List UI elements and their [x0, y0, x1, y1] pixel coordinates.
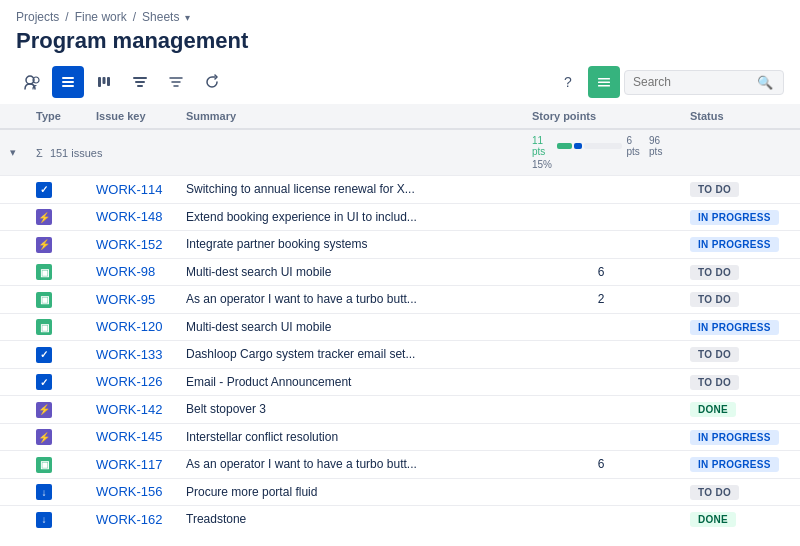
- row-status: TO DO: [680, 368, 800, 396]
- status-badge: IN PROGRESS: [690, 237, 779, 252]
- row-status: IN PROGRESS: [680, 313, 800, 341]
- issues-table: Type Issue key Summary Story points Stat…: [0, 104, 800, 530]
- row-key[interactable]: WORK-148: [86, 203, 176, 231]
- summary-row: ▾ Σ 151 issues 11 pts 6 pts 96 pts: [0, 129, 800, 176]
- row-status: IN PROGRESS: [680, 423, 800, 451]
- menu-icon-button[interactable]: [588, 66, 620, 98]
- row-points: [522, 396, 680, 424]
- row-key[interactable]: WORK-98: [86, 258, 176, 286]
- svg-rect-11: [598, 78, 610, 80]
- issue-key[interactable]: WORK-95: [96, 292, 155, 307]
- type-icon: ⚡: [36, 209, 52, 225]
- breadcrumb-sheets[interactable]: Sheets: [142, 10, 179, 24]
- refresh-button[interactable]: [196, 66, 228, 98]
- col-type-header: Type: [26, 104, 86, 129]
- row-key[interactable]: WORK-117: [86, 451, 176, 479]
- table-container: Type Issue key Summary Story points Stat…: [0, 104, 800, 530]
- row-key[interactable]: WORK-142: [86, 396, 176, 424]
- table-header-row: Type Issue key Summary Story points Stat…: [0, 104, 800, 129]
- col-key-header: Issue key: [86, 104, 176, 129]
- row-type: ⚡: [26, 396, 86, 424]
- row-type: ⚡: [26, 423, 86, 451]
- row-status: IN PROGRESS: [680, 231, 800, 259]
- row-status: TO DO: [680, 478, 800, 506]
- type-icon: ✓: [36, 347, 52, 363]
- breadcrumb-finework[interactable]: Fine work: [75, 10, 127, 24]
- hierarchy-button[interactable]: [124, 66, 156, 98]
- svg-rect-8: [133, 77, 147, 79]
- type-icon: ⚡: [36, 402, 52, 418]
- col-expand-header: [0, 104, 26, 129]
- table-row: ▣ WORK-95 As an operator I want to have …: [0, 286, 800, 314]
- issue-key[interactable]: WORK-120: [96, 319, 162, 334]
- status-badge: TO DO: [690, 292, 739, 307]
- row-key[interactable]: WORK-156: [86, 478, 176, 506]
- row-summary: As an operator I want to have a turbo bu…: [176, 451, 522, 479]
- filter-button[interactable]: [160, 66, 192, 98]
- row-summary: Switching to annual license renewal for …: [176, 176, 522, 204]
- row-expand: [0, 478, 26, 506]
- row-key[interactable]: WORK-120: [86, 313, 176, 341]
- issue-key[interactable]: WORK-126: [96, 374, 162, 389]
- type-icon: ⚡: [36, 429, 52, 445]
- row-expand: [0, 506, 26, 531]
- row-type: ▣: [26, 286, 86, 314]
- row-key[interactable]: WORK-162: [86, 506, 176, 531]
- list-view-button[interactable]: [52, 66, 84, 98]
- row-status: TO DO: [680, 176, 800, 204]
- row-status: TO DO: [680, 286, 800, 314]
- table-row: ↓ WORK-156 Procure more portal fluid TO …: [0, 478, 800, 506]
- issue-key[interactable]: WORK-152: [96, 237, 162, 252]
- row-points: [522, 478, 680, 506]
- row-status: DONE: [680, 396, 800, 424]
- row-type: ▣: [26, 258, 86, 286]
- row-status: TO DO: [680, 341, 800, 369]
- issue-key[interactable]: WORK-162: [96, 512, 162, 527]
- issue-key[interactable]: WORK-148: [96, 209, 162, 224]
- row-type: ↓: [26, 478, 86, 506]
- row-key[interactable]: WORK-133: [86, 341, 176, 369]
- board-view-button[interactable]: [88, 66, 120, 98]
- expand-all-button[interactable]: ▾: [10, 146, 16, 159]
- row-key[interactable]: WORK-95: [86, 286, 176, 314]
- issue-key[interactable]: WORK-98: [96, 264, 155, 279]
- col-status-header: Status: [680, 104, 800, 129]
- row-key[interactable]: WORK-126: [86, 368, 176, 396]
- table-row: ✓ WORK-114 Switching to annual license r…: [0, 176, 800, 204]
- search-input[interactable]: [633, 75, 753, 89]
- avatar-group-button[interactable]: [16, 66, 48, 98]
- row-status: TO DO: [680, 258, 800, 286]
- row-key[interactable]: WORK-145: [86, 423, 176, 451]
- table-row: ✓ WORK-133 Dashloop Cargo system tracker…: [0, 341, 800, 369]
- breadcrumb: Projects / Fine work / Sheets ▾: [0, 0, 800, 26]
- issue-key[interactable]: WORK-142: [96, 402, 162, 417]
- page-title: Program management: [0, 26, 800, 62]
- row-summary: Multi-dest search UI mobile: [176, 258, 522, 286]
- issue-count: 151 issues: [50, 147, 103, 159]
- row-points: [522, 341, 680, 369]
- issue-key[interactable]: WORK-133: [96, 347, 162, 362]
- type-icon: ⚡: [36, 237, 52, 253]
- issue-key[interactable]: WORK-156: [96, 484, 162, 499]
- issue-key[interactable]: WORK-145: [96, 429, 162, 444]
- table-row: ▣ WORK-120 Multi-dest search UI mobile I…: [0, 313, 800, 341]
- table-row: ⚡ WORK-145 Interstellar conflict resolut…: [0, 423, 800, 451]
- row-summary: Interstellar conflict resolution: [176, 423, 522, 451]
- row-summary: Extend booking experience in UI to inclu…: [176, 203, 522, 231]
- breadcrumb-projects[interactable]: Projects: [16, 10, 59, 24]
- toolbar-right: ? 🔍: [552, 66, 784, 98]
- chevron-down-icon: ▾: [185, 12, 190, 23]
- table-row: ⚡ WORK-148 Extend booking experience in …: [0, 203, 800, 231]
- table-row: ⚡ WORK-152 Integrate partner booking sys…: [0, 231, 800, 259]
- issue-key[interactable]: WORK-114: [96, 182, 162, 197]
- sigma-icon: Σ: [36, 147, 43, 159]
- status-badge: IN PROGRESS: [690, 210, 779, 225]
- row-points: [522, 176, 680, 204]
- row-key[interactable]: WORK-152: [86, 231, 176, 259]
- row-summary: Treadstone: [176, 506, 522, 531]
- issue-key[interactable]: WORK-117: [96, 457, 162, 472]
- row-key[interactable]: WORK-114: [86, 176, 176, 204]
- toolbar: ? 🔍: [0, 62, 800, 104]
- help-button[interactable]: ?: [552, 66, 584, 98]
- svg-rect-6: [103, 77, 106, 84]
